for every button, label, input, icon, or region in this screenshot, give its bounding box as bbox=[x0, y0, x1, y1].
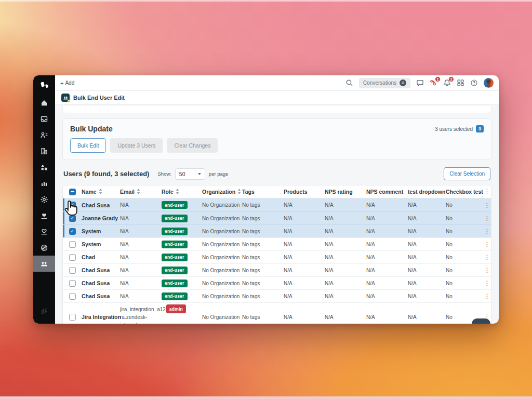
column-header-name[interactable]: Name bbox=[82, 189, 120, 195]
row-menu-kebab-icon[interactable]: ⋮ bbox=[483, 280, 491, 286]
row-checkbox[interactable] bbox=[69, 314, 76, 321]
sort-icon bbox=[176, 189, 179, 195]
cell-nps-rating: N/A bbox=[325, 281, 366, 286]
role-badge-end-user: end-user bbox=[162, 215, 188, 222]
column-header-email[interactable]: Email bbox=[120, 189, 162, 195]
bulk-edit-button[interactable]: Bulk Edit bbox=[70, 138, 106, 153]
sidebar-item-heart-hands-2[interactable] bbox=[33, 223, 55, 240]
cell-tags: No tags bbox=[242, 255, 284, 260]
row-checkbox[interactable] bbox=[69, 254, 76, 261]
sidebar-item-customers[interactable] bbox=[33, 127, 55, 143]
column-label: Role bbox=[162, 189, 174, 195]
header-menu-kebab-icon[interactable]: ⋮ bbox=[483, 189, 491, 195]
users-count-title: Users (9 found, 3 selected) bbox=[63, 170, 149, 178]
email-text-line2: integrations.com bbox=[120, 322, 199, 324]
cell-role: end-user bbox=[162, 292, 202, 300]
page-size-value: 50 bbox=[179, 171, 185, 177]
cell-email: N/A bbox=[120, 294, 162, 299]
cell-organization: No Organization bbox=[202, 216, 242, 221]
row-checkbox[interactable] bbox=[69, 241, 76, 248]
column-header-test-dropdown[interactable]: test dropdown bbox=[408, 189, 446, 195]
add-tab-button[interactable]: + Add bbox=[60, 80, 74, 86]
select-all-checkbox[interactable] bbox=[69, 189, 76, 195]
column-header-products[interactable]: Products bbox=[284, 189, 325, 195]
column-header-organization[interactable]: Organization bbox=[202, 189, 242, 195]
chat-launcher-peek[interactable] bbox=[472, 318, 490, 324]
cell-tags: No tags bbox=[242, 281, 284, 286]
cell-name: System bbox=[82, 228, 120, 234]
help-icon[interactable] bbox=[470, 79, 478, 87]
search-icon[interactable] bbox=[345, 79, 353, 87]
cell-tags: No tags bbox=[242, 314, 284, 320]
cell-checkbox-test: No bbox=[446, 268, 483, 273]
sidebar-item-ticket-inbox[interactable] bbox=[33, 111, 55, 127]
row-menu-kebab-icon[interactable]: ⋮ bbox=[483, 241, 491, 247]
table-body: ✓Chad SusaN/Aend-userNo OrganizationNo t… bbox=[63, 198, 491, 324]
cell-nps-rating: N/A bbox=[325, 268, 366, 273]
sidebar-item-people-active[interactable] bbox=[33, 256, 55, 272]
chevron-down-icon bbox=[198, 173, 201, 175]
wallpaper-bottom-strip bbox=[0, 396, 532, 399]
update-users-button[interactable]: Update 3 Users bbox=[110, 138, 163, 153]
row-checkbox[interactable]: ✓ bbox=[69, 228, 76, 235]
app-content: Bulk Update 3 users selected 3 Bulk Edit… bbox=[55, 105, 499, 324]
cell-nps-comment: N/A bbox=[366, 216, 408, 221]
row-checkbox[interactable]: ✓ bbox=[69, 215, 76, 222]
row-menu-kebab-icon[interactable]: ⋮ bbox=[483, 293, 491, 299]
conversations-button[interactable]: Conversations 0 bbox=[359, 78, 410, 88]
row-menu-kebab-icon[interactable]: ⋮ bbox=[483, 254, 491, 260]
sidebar-item-explore-globe[interactable] bbox=[33, 240, 55, 256]
row-checkbox[interactable]: ✓ bbox=[69, 202, 76, 208]
table-row: ✓SystemN/Aend-userNo OrganizationNo tags… bbox=[63, 224, 491, 237]
column-header-role[interactable]: Role bbox=[162, 189, 202, 195]
sidebar-item-organizations[interactable] bbox=[33, 143, 55, 159]
column-header-checkbox-test[interactable]: Checkbox test bbox=[446, 189, 483, 195]
row-menu-kebab-icon[interactable]: ⋮ bbox=[483, 228, 491, 234]
sidebar-item-home[interactable] bbox=[33, 95, 55, 111]
phone-icon[interactable]: 1 bbox=[430, 79, 437, 87]
chat-icon[interactable] bbox=[416, 79, 424, 87]
sidebar-item-reporting[interactable] bbox=[33, 175, 55, 191]
cell-organization: No Organization bbox=[202, 294, 242, 299]
cell-checkbox-test: No bbox=[446, 294, 483, 299]
column-header-tags[interactable]: Tags bbox=[242, 189, 284, 195]
cell-name: Jira Integration bbox=[82, 314, 120, 320]
cell-nps-rating: N/A bbox=[325, 242, 366, 247]
user-avatar[interactable] bbox=[484, 78, 494, 88]
row-checkbox[interactable] bbox=[69, 280, 76, 287]
cell-organization: No Organization bbox=[202, 229, 242, 234]
sort-icon bbox=[137, 189, 140, 195]
cell-name: System bbox=[82, 241, 120, 247]
clear-selection-button[interactable]: Clear Selection bbox=[444, 167, 490, 180]
table-row: ✓Joanne GradyN/Aend-userNo OrganizationN… bbox=[63, 211, 491, 224]
cell-products: N/A bbox=[284, 314, 325, 320]
row-checkbox[interactable] bbox=[69, 293, 76, 300]
sidebar-item-objects[interactable] bbox=[33, 159, 55, 175]
cell-checkbox-test: No bbox=[446, 255, 483, 260]
clear-changes-button[interactable]: Clear Changes bbox=[167, 138, 218, 153]
cell-tags: No tags bbox=[242, 229, 284, 234]
column-label: Tags bbox=[242, 189, 255, 195]
row-checkbox[interactable] bbox=[69, 267, 76, 274]
sidebar-item-heart-hands-1[interactable] bbox=[33, 207, 55, 223]
apps-grid-icon[interactable] bbox=[457, 79, 464, 87]
sidebar-item-settings[interactable] bbox=[33, 191, 55, 207]
cell-email: N/A bbox=[120, 216, 162, 221]
row-menu-kebab-icon[interactable]: ⋮ bbox=[483, 267, 491, 273]
cell-email: N/A bbox=[120, 202, 162, 208]
column-header-nps-rating[interactable]: NPS rating bbox=[325, 189, 366, 195]
bell-icon[interactable]: 2 bbox=[443, 79, 451, 87]
cell-email: N/A bbox=[120, 242, 162, 247]
column-header-nps-comment[interactable]: NPS comment bbox=[366, 189, 408, 195]
app-status-dot bbox=[68, 100, 71, 103]
conversations-label: Conversations bbox=[363, 80, 396, 86]
row-menu-kebab-icon[interactable]: ⋮ bbox=[483, 202, 491, 208]
cell-role: end-user bbox=[162, 201, 202, 209]
page-size-select[interactable]: 50 bbox=[175, 168, 205, 180]
row-menu-kebab-icon[interactable]: ⋮ bbox=[483, 215, 491, 221]
app-tab-bar: Bulk End User Edit bbox=[55, 91, 499, 105]
table-row: ✓Chad SusaN/Aend-userNo OrganizationNo t… bbox=[63, 198, 491, 211]
cell-role: end-user bbox=[162, 215, 202, 222]
top-navigation-bar: + Add Conversations 0 1 bbox=[55, 75, 499, 91]
cell-tags: No tags bbox=[242, 268, 284, 273]
